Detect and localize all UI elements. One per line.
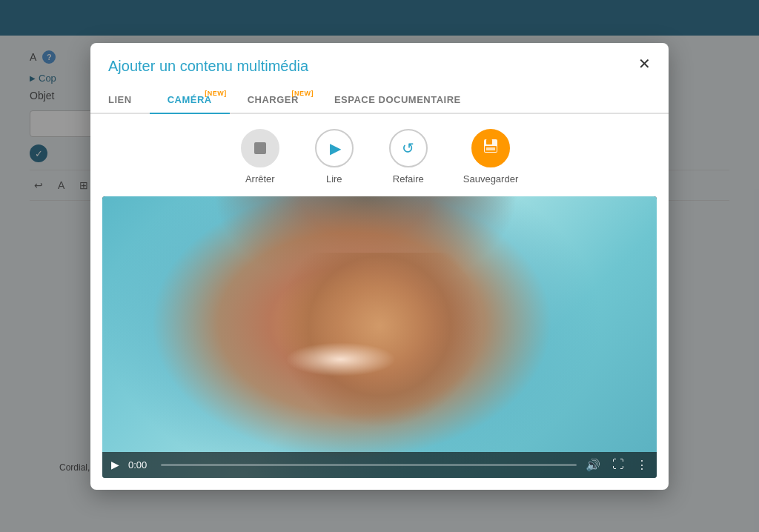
play-button[interactable]: ▶ — [315, 129, 354, 167]
modal-dialog: Ajouter un contenu multimédia ✕ LIEN CAM… — [90, 43, 669, 490]
save-control: Sauvegarder — [463, 129, 518, 184]
video-controls-bar: ▶ 0:00 🔊 ⛶ ⋮ — [102, 452, 657, 478]
modal-tabs: LIEN CAMÉRA [NEW] CHARGER [NEW] ESPACE D… — [90, 87, 669, 114]
save-label: Sauvegarder — [463, 173, 518, 184]
redo-label: Refaire — [393, 173, 424, 184]
video-container: ▶ 0:00 🔊 ⛶ ⋮ — [102, 196, 657, 478]
play-icon: ▶ — [330, 139, 341, 157]
camera-controls: Arrêter ▶ Lire ↺ Refaire — [90, 114, 669, 196]
tab-camera[interactable]: CAMÉRA [NEW] — [150, 87, 230, 114]
modal-title: Ajouter un contenu multimédia — [108, 58, 308, 75]
stop-control: Arrêter — [241, 129, 279, 184]
video-more-button[interactable]: ⋮ — [636, 458, 648, 472]
video-preview — [102, 196, 657, 478]
face-smile — [285, 342, 397, 376]
play-control: ▶ Lire — [315, 129, 354, 184]
video-extra-controls: 🔊 ⛶ ⋮ — [586, 458, 648, 472]
video-progress-bar[interactable] — [161, 464, 577, 466]
modal-header: Ajouter un contenu multimédia ✕ — [90, 43, 669, 75]
redo-button[interactable]: ↺ — [389, 129, 428, 167]
video-volume-button[interactable]: 🔊 — [586, 458, 600, 472]
charger-new-badge: [NEW] — [291, 90, 314, 97]
svg-rect-1 — [486, 139, 492, 144]
camera-new-badge: [NEW] — [205, 90, 227, 97]
save-button[interactable] — [471, 129, 510, 167]
modal-overlay: Ajouter un contenu multimédia ✕ LIEN CAM… — [0, 0, 759, 532]
video-play-button[interactable]: ▶ — [111, 459, 119, 471]
stop-icon — [254, 142, 266, 154]
svg-rect-3 — [486, 147, 495, 150]
tab-charger[interactable]: CHARGER [NEW] — [230, 87, 316, 114]
face-detail — [268, 253, 490, 436]
redo-icon: ↺ — [402, 139, 414, 157]
video-timestamp: 0:00 — [128, 459, 152, 471]
save-icon — [483, 138, 499, 158]
stop-button[interactable] — [241, 129, 279, 167]
tab-espace-documentaire[interactable]: ESPACE DOCUMENTAIRE — [316, 87, 479, 114]
stop-label: Arrêter — [245, 173, 275, 184]
play-label: Lire — [326, 173, 342, 184]
modal-close-button[interactable]: ✕ — [638, 56, 651, 71]
tab-lien[interactable]: LIEN — [90, 87, 150, 114]
redo-control: ↺ Refaire — [389, 129, 428, 184]
video-fullscreen-button[interactable]: ⛶ — [612, 458, 624, 472]
